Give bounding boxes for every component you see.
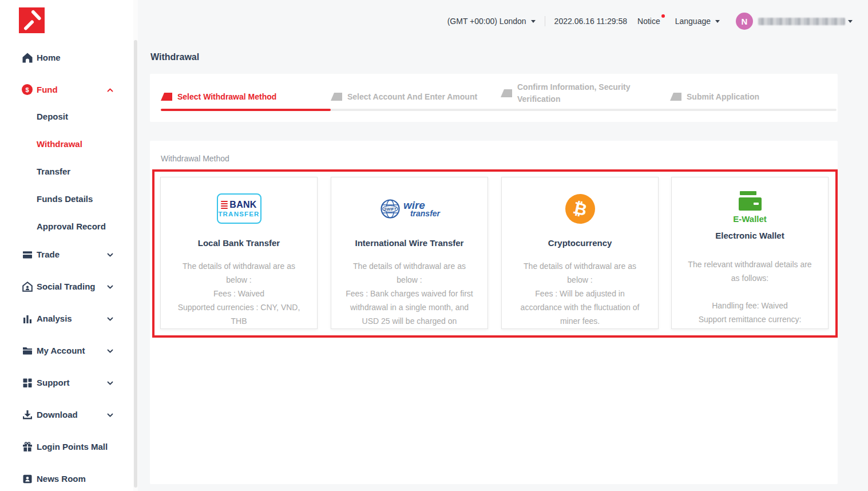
sidebar-item-transfer[interactable]: Transfer: [0, 163, 133, 180]
progress-fill: [161, 109, 331, 111]
notification-dot: [661, 14, 665, 18]
method-card-international-wire-transfer[interactable]: SWIFT wire transfer International Wire T…: [331, 177, 488, 329]
card-title: Electronic Wallet: [672, 230, 828, 241]
sidebar-item-label: News Room: [37, 474, 86, 484]
step-flag-icon: [501, 89, 512, 97]
chevron-up-icon: [107, 88, 113, 92]
swift-wire-transfer-logo: SWIFT wire transfer: [379, 197, 440, 220]
method-card-cryptocurrency[interactable]: ₿ Cryptocurrency The details of withdraw…: [501, 177, 659, 329]
user-name-redacted: [758, 18, 845, 25]
sidebar-item-label: Download: [37, 410, 78, 419]
notice-label: Notice: [637, 17, 660, 26]
sidebar-item-label: Deposit: [37, 112, 68, 121]
e-wallet-logo: [739, 191, 762, 211]
language-selector[interactable]: Language: [675, 17, 720, 26]
sidebar-item-label: My Account: [37, 346, 85, 355]
bank-transfer-logo: BANK TRANSFER: [217, 193, 261, 224]
step-select-withdrawal-method: Select Withdrawal Method: [161, 92, 276, 101]
chevron-down-icon: [107, 317, 113, 321]
dollar-circle-icon: $: [22, 84, 33, 95]
gift-icon: [22, 441, 33, 453]
sidebar-item-label: Approval Record: [37, 221, 106, 231]
step-confirm-information: Confirm Information, Security Verificati…: [501, 81, 644, 105]
sidebar-item-label: Login Points Mall: [37, 442, 108, 452]
news-icon: [22, 473, 33, 485]
folder-icon: [22, 345, 33, 357]
step-label: Select Account And Enter Amount: [347, 92, 477, 101]
chevron-down-icon: [107, 253, 113, 257]
avatar[interactable]: N: [736, 13, 753, 30]
sidebar-item-label: Trade: [37, 250, 60, 259]
home-icon: [22, 52, 33, 64]
sidebar-item-label: Withdrawal: [37, 139, 82, 149]
sidebar-item-label: Support: [37, 378, 70, 387]
sidebar-item-fund[interactable]: $ Fund: [0, 81, 133, 98]
user-menu[interactable]: [758, 18, 853, 25]
withdrawal-method-panel: Withdrawal Method BANK TRANSFER Local Ba…: [150, 141, 838, 484]
card-title: International Wire Transfer: [331, 237, 487, 249]
method-card-local-bank-transfer[interactable]: BANK TRANSFER Local Bank Transfer The de…: [160, 177, 318, 329]
step-label: Select Withdrawal Method: [177, 92, 276, 101]
sidebar-item-login-points-mall[interactable]: Login Points Mall: [0, 438, 133, 456]
sidebar-item-funds-details[interactable]: Funds Details: [0, 191, 133, 208]
sidebar-item-download[interactable]: Download: [0, 406, 133, 423]
bank-bars-icon: [221, 200, 228, 209]
language-label: Language: [675, 17, 711, 26]
card-description: The details of withdrawal are as below :…: [161, 259, 317, 328]
sidebar-item-label: Transfer: [37, 167, 70, 176]
step-flag-icon: [331, 93, 342, 101]
card-description: The details of withdrawal are as below :…: [331, 259, 487, 328]
sidebar-item-label: Social Trading: [37, 282, 96, 291]
step-submit-application: Submit Application: [670, 92, 759, 101]
globe-icon: SWIFT: [379, 197, 402, 220]
e-wallet-caption: E-Wallet: [672, 214, 828, 224]
card-description: The relevant withdrawal details are as f…: [672, 258, 828, 326]
sidebar-item-news-room[interactable]: News Room: [0, 470, 133, 488]
caret-down-icon: [531, 20, 536, 23]
svg-text:SWIFT: SWIFT: [384, 207, 397, 211]
notice-link[interactable]: Notice: [637, 17, 660, 26]
sidebar-item-label: Funds Details: [37, 194, 93, 204]
sidebar-item-deposit[interactable]: Deposit: [0, 108, 133, 125]
step-select-account: Select Account And Enter Amount: [331, 92, 477, 101]
grid-icon: [22, 377, 33, 389]
stepper-progress-track: [161, 109, 837, 111]
sidebar: Home $ Fund Deposit Withdrawal Transfer …: [0, 0, 133, 491]
sidebar-item-support[interactable]: Support: [0, 374, 133, 391]
sidebar-item-withdrawal[interactable]: Withdrawal: [0, 136, 133, 153]
step-flag-icon: [161, 93, 172, 101]
card-description: The details of withdrawal are as below :…: [502, 259, 658, 328]
step-label: Submit Application: [687, 92, 759, 101]
page-title: Withdrawal: [150, 52, 199, 62]
sidebar-item-analysis[interactable]: Analysis: [0, 310, 133, 327]
sidebar-item-approval-record[interactable]: Approval Record: [0, 218, 133, 235]
chevron-down-icon: [107, 285, 113, 289]
sidebar-item-label: Fund: [37, 85, 58, 94]
social-trading-icon: [22, 281, 33, 292]
card-title: Cryptocurrency: [502, 237, 658, 249]
download-icon: [22, 409, 33, 421]
analysis-icon: [22, 313, 33, 324]
sidebar-item-label: Home: [37, 53, 61, 62]
timezone-selector[interactable]: (GMT +00:00) London: [447, 17, 536, 26]
method-card-electronic-wallet[interactable]: E-Wallet Electronic Wallet The relevant …: [671, 177, 829, 329]
step-label: Confirm Information, Security Verificati…: [517, 81, 644, 105]
sidebar-item-social-trading[interactable]: Social Trading: [0, 278, 133, 295]
sidebar-item-label: Analysis: [37, 314, 72, 323]
chevron-down-icon: [107, 413, 113, 417]
chevron-down-icon: [107, 349, 113, 353]
sidebar-scrollbar: [133, 0, 138, 491]
stepper-panel: Select Withdrawal Method Select Account …: [150, 74, 838, 122]
caret-down-icon: [848, 20, 853, 23]
bitcoin-logo: ₿: [565, 194, 595, 224]
sidebar-item-home[interactable]: Home: [0, 49, 133, 66]
sidebar-item-my-account[interactable]: My Account: [0, 342, 133, 359]
timezone-label: (GMT +00:00) London: [447, 17, 526, 26]
sidebar-item-trade[interactable]: Trade: [0, 246, 133, 263]
sidebar-scrollbar-thumb[interactable]: [134, 40, 137, 488]
card-title: Local Bank Transfer: [161, 237, 317, 249]
datetime-display: 2022.06.16 11:29:58: [554, 17, 627, 26]
chevron-down-icon: [107, 381, 113, 385]
brand-logo[interactable]: [19, 7, 45, 33]
trade-icon: [22, 249, 33, 260]
